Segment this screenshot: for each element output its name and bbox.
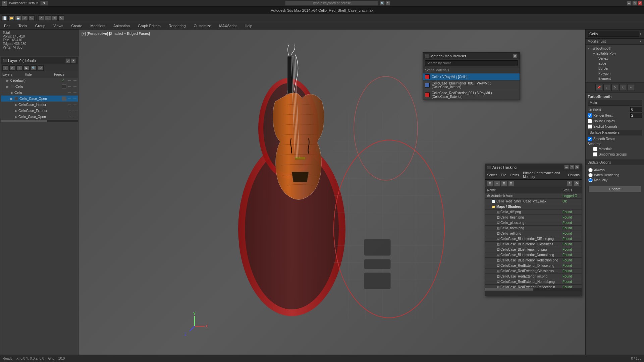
- materials-checkbox[interactable]: [593, 147, 597, 151]
- rt-move-icon[interactable]: ↕: [603, 84, 610, 91]
- mod-polygon[interactable]: Polygon: [588, 71, 642, 76]
- at-row-name-case-blue-norm[interactable]: 🖼CelloCase_BlueInterior_Normal.png: [485, 252, 560, 258]
- rt-pin-icon[interactable]: 📌: [595, 84, 602, 91]
- at-row-name-case-red-diff[interactable]: 🖼CelloCase_RedExterior_Diffuse.png: [485, 263, 560, 268]
- rt-extra-icon[interactable]: +: [628, 84, 634, 91]
- isoline-checkbox[interactable]: [588, 119, 592, 123]
- at-help-btn[interactable]: ?: [567, 181, 573, 186]
- rt-rotate-icon[interactable]: ↻: [611, 84, 618, 91]
- save-btn[interactable]: 💾: [15, 15, 21, 21]
- at-row-name-case-red-refl[interactable]: 🖼CelloCase_RedExterior_Reflection.png: [485, 285, 560, 288]
- menu-customize[interactable]: Customize: [193, 23, 213, 28]
- mat-row-2[interactable]: CelloCase_RedExterior_001 ( VRayMtl ) [C…: [423, 90, 520, 100]
- layer-add-sel-btn[interactable]: ↓: [16, 65, 22, 71]
- mod-vertex[interactable]: Vertex: [588, 56, 642, 61]
- rt-scale-icon[interactable]: ⤡: [620, 84, 626, 91]
- new-btn[interactable]: 📄: [2, 15, 8, 21]
- menu-animation[interactable]: Animation: [112, 23, 131, 28]
- at-row-name-cello-gloss[interactable]: 🖼Cello_gloss.png: [485, 220, 560, 226]
- layer-cello-checkbox[interactable]: [62, 84, 66, 88]
- search-icon[interactable]: 🔍: [380, 1, 385, 6]
- menu-rendering[interactable]: Rendering: [167, 23, 187, 28]
- layer-row-cello-case-open2[interactable]: ◆ Cello_Case_Open — —: [1, 114, 78, 120]
- at-settings-btn[interactable]: ⚙: [574, 181, 580, 186]
- layer-close-btn[interactable]: ✕: [71, 58, 76, 63]
- maximize-btn[interactable]: □: [632, 1, 637, 6]
- at-row-name-cello-refl[interactable]: 🖼Cello_refl.png: [485, 231, 560, 236]
- menu-edit[interactable]: Edit: [3, 23, 12, 28]
- redo-btn[interactable]: ↪: [29, 15, 35, 21]
- mod-edge[interactable]: Edge: [588, 61, 642, 66]
- modifier-list-arrow[interactable]: ▼: [639, 40, 642, 43]
- at-row-name-maps-folder[interactable]: 📁Maps / Shaders: [485, 204, 560, 209]
- move-btn[interactable]: ✛: [45, 15, 51, 21]
- menu-modifiers[interactable]: Modifiers: [89, 23, 107, 28]
- when-rendering-radio[interactable]: [588, 173, 593, 177]
- close-btn[interactable]: ✕: [638, 1, 642, 6]
- smoothing-checkbox[interactable]: [593, 152, 597, 157]
- surface-params-header[interactable]: Surface Parameters: [588, 130, 642, 135]
- iterations-input[interactable]: [630, 107, 642, 112]
- at-row-name-case-red-gloss[interactable]: 🖼CelloCase_RedExterior_Glossiness.png: [485, 268, 560, 274]
- menu-create[interactable]: Create: [70, 23, 84, 28]
- layer-scrollbar[interactable]: [1, 120, 78, 122]
- layer-row-exterior[interactable]: ◆ CelloCase_Exterior — —: [1, 108, 78, 114]
- menu-graph-editors[interactable]: Graph Editors: [137, 23, 162, 28]
- at-minimize-btn[interactable]: ─: [564, 165, 569, 170]
- manually-radio[interactable]: [588, 178, 593, 182]
- at-row-name-cello-norm[interactable]: 🖼Cello_norm.png: [485, 226, 560, 231]
- smooth-result-checkbox[interactable]: [588, 137, 592, 141]
- help-icon[interactable]: ?: [385, 1, 390, 6]
- mod-element[interactable]: Element: [588, 76, 642, 81]
- mod-editable-poly[interactable]: ● Editable Poly: [588, 51, 642, 56]
- at-row-name-case-blue-refl[interactable]: 🖼CelloCase_BlueInterior_Reflection.png: [485, 258, 560, 263]
- layer-row-case-open[interactable]: ▶ ⬛ Cello_Case_Open — —: [1, 96, 78, 102]
- at-row-name-case-blue-diff[interactable]: 🖼CelloCase_BlueInterior_Diffuse.png: [485, 236, 560, 242]
- layer-row-0[interactable]: ▶ 0 (default) ✓ — —: [1, 77, 78, 83]
- layer-row-cello2[interactable]: ◆ Cello — —: [1, 89, 78, 96]
- menu-views[interactable]: Views: [52, 23, 64, 28]
- rotate-btn[interactable]: ↻: [52, 15, 58, 21]
- menu-maxscript[interactable]: MAXScript: [218, 23, 238, 28]
- viewport[interactable]: [+] [Perspective] [Shaded + Edged Faces]: [79, 29, 585, 361]
- at-close-btn[interactable]: ✕: [575, 165, 580, 170]
- explicit-checkbox[interactable]: [588, 124, 592, 129]
- at-btn-3[interactable]: ⊟: [501, 181, 507, 186]
- layer-scroll-thumb[interactable]: [1, 120, 47, 122]
- at-menu-file[interactable]: File: [501, 173, 506, 177]
- at-row-name-cello-fresn[interactable]: 🖼Cello_fresn.png: [485, 215, 560, 220]
- mod-turbosmooth[interactable]: ● TurboSmooth: [588, 46, 642, 51]
- open-btn[interactable]: 📂: [8, 15, 14, 21]
- layer-opt-btn[interactable]: ⚙: [38, 65, 44, 71]
- mat-browser-close-btn[interactable]: ✕: [513, 54, 518, 58]
- layer-delete-btn[interactable]: ✕: [9, 65, 15, 71]
- at-row-name-case-red-ior[interactable]: 🖼CelloCase_RedExterior_ior.png: [485, 274, 560, 279]
- at-btn-1[interactable]: ⊞: [487, 181, 493, 186]
- update-button[interactable]: Update: [588, 186, 641, 192]
- workspace-dropdown[interactable]: ▼: [40, 1, 48, 6]
- search-box[interactable]: Type a keyword or phrase: [285, 1, 378, 6]
- layer-new-btn[interactable]: +: [2, 65, 8, 71]
- render-iters-input[interactable]: [630, 113, 642, 118]
- at-row-name-case-blue-ior[interactable]: 🖼CelloCase_BlueInterior_ior.png: [485, 247, 560, 252]
- at-scroll-thumb[interactable]: [485, 288, 533, 291]
- select-btn[interactable]: ↗: [38, 15, 44, 21]
- at-row-name-cello-diff[interactable]: 🖼Cello_diff.png: [485, 209, 560, 215]
- modifier-search-input[interactable]: [588, 31, 639, 37]
- material-browser-search[interactable]: [425, 60, 518, 66]
- at-btn-2[interactable]: ≡: [494, 181, 500, 186]
- scale-btn[interactable]: ⤡: [58, 15, 64, 21]
- undo-btn[interactable]: ↩: [22, 15, 28, 21]
- menu-help[interactable]: Help: [244, 23, 254, 28]
- layer-case-checkbox[interactable]: [62, 97, 66, 101]
- at-menu-options[interactable]: Options: [568, 173, 580, 177]
- layer-find-btn[interactable]: 🔍: [31, 65, 37, 71]
- mod-border[interactable]: Border: [588, 66, 642, 71]
- mat-row-0[interactable]: Cello ( VRayMtl ) [Cello]: [423, 73, 520, 80]
- layer-help-btn[interactable]: ?: [65, 58, 70, 63]
- minimize-btn[interactable]: ─: [627, 1, 632, 6]
- modifier-dropdown-arrow[interactable]: ▼: [639, 33, 642, 36]
- at-maximize-btn[interactable]: □: [570, 165, 574, 170]
- mat-row-1[interactable]: CelloCase_BlueInterior_001 ( VRayMtl ) […: [423, 80, 520, 90]
- always-radio[interactable]: [588, 168, 593, 172]
